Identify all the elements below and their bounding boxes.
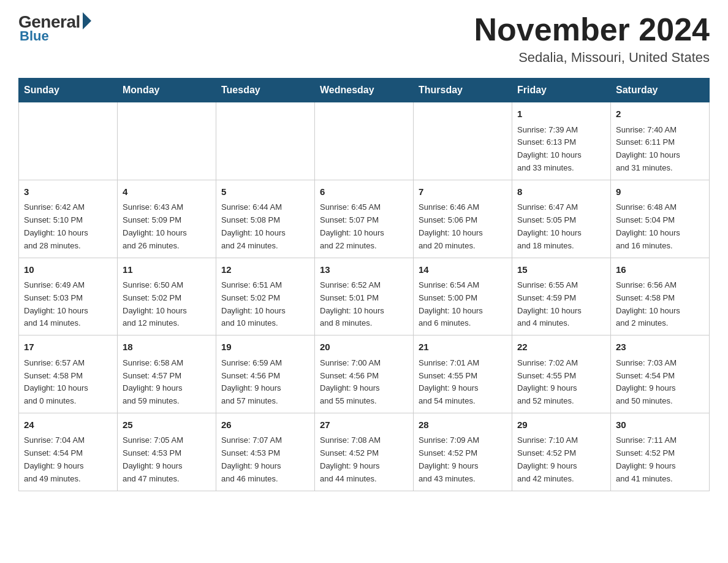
calendar-cell: 6Sunrise: 6:45 AM Sunset: 5:07 PM Daylig… xyxy=(315,180,414,258)
calendar-cell: 17Sunrise: 6:57 AM Sunset: 4:58 PM Dayli… xyxy=(19,335,118,413)
day-number: 13 xyxy=(320,263,408,277)
calendar-cell: 1Sunrise: 7:39 AM Sunset: 6:13 PM Daylig… xyxy=(512,102,611,180)
calendar-cell xyxy=(118,102,216,180)
calendar-cell: 13Sunrise: 6:52 AM Sunset: 5:01 PM Dayli… xyxy=(315,258,414,335)
day-number: 6 xyxy=(320,185,408,199)
page-title: November 2024 xyxy=(474,12,710,47)
day-number: 16 xyxy=(616,263,704,277)
day-number: 3 xyxy=(24,185,112,199)
day-info: Sunrise: 6:54 AM Sunset: 5:00 PM Dayligh… xyxy=(419,279,507,330)
day-info: Sunrise: 6:46 AM Sunset: 5:06 PM Dayligh… xyxy=(419,201,507,252)
calendar-cell: 24Sunrise: 7:04 AM Sunset: 4:54 PM Dayli… xyxy=(19,413,118,491)
day-number: 7 xyxy=(419,185,507,199)
day-info: Sunrise: 7:03 AM Sunset: 4:54 PM Dayligh… xyxy=(616,357,704,408)
day-number: 27 xyxy=(320,418,408,432)
day-info: Sunrise: 6:52 AM Sunset: 5:01 PM Dayligh… xyxy=(320,279,408,330)
weekday-header-thursday: Thursday xyxy=(414,79,512,102)
calendar-cell: 19Sunrise: 6:59 AM Sunset: 4:56 PM Dayli… xyxy=(216,335,315,413)
calendar-cell: 18Sunrise: 6:58 AM Sunset: 4:57 PM Dayli… xyxy=(118,335,216,413)
page-subtitle: Sedalia, Missouri, United States xyxy=(474,50,710,66)
day-info: Sunrise: 7:01 AM Sunset: 4:55 PM Dayligh… xyxy=(419,357,507,408)
day-number: 26 xyxy=(221,418,309,432)
calendar-cell: 25Sunrise: 7:05 AM Sunset: 4:53 PM Dayli… xyxy=(118,413,216,491)
day-info: Sunrise: 6:55 AM Sunset: 4:59 PM Dayligh… xyxy=(517,279,605,330)
day-number: 5 xyxy=(221,185,309,199)
day-number: 8 xyxy=(517,185,605,199)
calendar-cell: 22Sunrise: 7:02 AM Sunset: 4:55 PM Dayli… xyxy=(512,335,611,413)
day-number: 25 xyxy=(123,418,211,432)
page-header: General Blue November 2024 Sedalia, Miss… xyxy=(18,12,710,66)
weekday-header-friday: Friday xyxy=(512,79,611,102)
calendar-cell: 16Sunrise: 6:56 AM Sunset: 4:58 PM Dayli… xyxy=(611,258,710,335)
day-info: Sunrise: 6:45 AM Sunset: 5:07 PM Dayligh… xyxy=(320,201,408,252)
calendar-week-row: 10Sunrise: 6:49 AM Sunset: 5:03 PM Dayli… xyxy=(19,258,710,335)
calendar-cell: 14Sunrise: 6:54 AM Sunset: 5:00 PM Dayli… xyxy=(414,258,512,335)
day-number: 12 xyxy=(221,263,309,277)
weekday-header-wednesday: Wednesday xyxy=(315,79,414,102)
calendar-cell xyxy=(19,102,118,180)
calendar-cell: 26Sunrise: 7:07 AM Sunset: 4:53 PM Dayli… xyxy=(216,413,315,491)
day-info: Sunrise: 7:09 AM Sunset: 4:52 PM Dayligh… xyxy=(419,434,507,485)
day-info: Sunrise: 6:57 AM Sunset: 4:58 PM Dayligh… xyxy=(24,357,112,408)
calendar-cell: 30Sunrise: 7:11 AM Sunset: 4:52 PM Dayli… xyxy=(611,413,710,491)
calendar-cell: 27Sunrise: 7:08 AM Sunset: 4:52 PM Dayli… xyxy=(315,413,414,491)
day-number: 21 xyxy=(419,340,507,354)
calendar-table: SundayMondayTuesdayWednesdayThursdayFrid… xyxy=(18,78,710,491)
calendar-week-row: 17Sunrise: 6:57 AM Sunset: 4:58 PM Dayli… xyxy=(19,335,710,413)
day-info: Sunrise: 7:07 AM Sunset: 4:53 PM Dayligh… xyxy=(221,434,309,485)
calendar-cell xyxy=(315,102,414,180)
day-info: Sunrise: 6:44 AM Sunset: 5:08 PM Dayligh… xyxy=(221,201,309,252)
weekday-header-monday: Monday xyxy=(118,79,216,102)
day-number: 20 xyxy=(320,340,408,354)
day-number: 22 xyxy=(517,340,605,354)
day-number: 10 xyxy=(24,263,112,277)
day-info: Sunrise: 7:39 AM Sunset: 6:13 PM Dayligh… xyxy=(517,124,605,175)
calendar-cell: 3Sunrise: 6:42 AM Sunset: 5:10 PM Daylig… xyxy=(19,180,118,258)
day-info: Sunrise: 7:05 AM Sunset: 4:53 PM Dayligh… xyxy=(123,434,211,485)
day-number: 29 xyxy=(517,418,605,432)
day-info: Sunrise: 6:56 AM Sunset: 4:58 PM Dayligh… xyxy=(616,279,704,330)
day-number: 19 xyxy=(221,340,309,354)
day-info: Sunrise: 7:00 AM Sunset: 4:56 PM Dayligh… xyxy=(320,357,408,408)
day-number: 4 xyxy=(123,185,211,199)
logo-arrow-icon xyxy=(83,12,91,29)
day-info: Sunrise: 6:49 AM Sunset: 5:03 PM Dayligh… xyxy=(24,279,112,330)
day-info: Sunrise: 6:58 AM Sunset: 4:57 PM Dayligh… xyxy=(123,357,211,408)
day-number: 9 xyxy=(616,185,704,199)
day-info: Sunrise: 7:08 AM Sunset: 4:52 PM Dayligh… xyxy=(320,434,408,485)
calendar-cell: 11Sunrise: 6:50 AM Sunset: 5:02 PM Dayli… xyxy=(118,258,216,335)
calendar-cell: 8Sunrise: 6:47 AM Sunset: 5:05 PM Daylig… xyxy=(512,180,611,258)
calendar-cell: 12Sunrise: 6:51 AM Sunset: 5:02 PM Dayli… xyxy=(216,258,315,335)
calendar-cell: 7Sunrise: 6:46 AM Sunset: 5:06 PM Daylig… xyxy=(414,180,512,258)
day-number: 23 xyxy=(616,340,704,354)
day-number: 24 xyxy=(24,418,112,432)
title-area: November 2024 Sedalia, Missouri, United … xyxy=(474,12,710,66)
day-info: Sunrise: 7:10 AM Sunset: 4:52 PM Dayligh… xyxy=(517,434,605,485)
day-info: Sunrise: 7:11 AM Sunset: 4:52 PM Dayligh… xyxy=(616,434,704,485)
calendar-cell: 29Sunrise: 7:10 AM Sunset: 4:52 PM Dayli… xyxy=(512,413,611,491)
day-number: 14 xyxy=(419,263,507,277)
logo-blue-text: Blue xyxy=(20,28,49,44)
calendar-cell xyxy=(216,102,315,180)
logo: General Blue xyxy=(18,12,91,44)
calendar-cell: 28Sunrise: 7:09 AM Sunset: 4:52 PM Dayli… xyxy=(414,413,512,491)
day-info: Sunrise: 6:48 AM Sunset: 5:04 PM Dayligh… xyxy=(616,201,704,252)
day-number: 15 xyxy=(517,263,605,277)
day-number: 18 xyxy=(123,340,211,354)
day-info: Sunrise: 6:42 AM Sunset: 5:10 PM Dayligh… xyxy=(24,201,112,252)
day-info: Sunrise: 6:43 AM Sunset: 5:09 PM Dayligh… xyxy=(123,201,211,252)
calendar-week-row: 3Sunrise: 6:42 AM Sunset: 5:10 PM Daylig… xyxy=(19,180,710,258)
calendar-cell: 20Sunrise: 7:00 AM Sunset: 4:56 PM Dayli… xyxy=(315,335,414,413)
day-number: 28 xyxy=(419,418,507,432)
day-info: Sunrise: 7:40 AM Sunset: 6:11 PM Dayligh… xyxy=(616,124,704,175)
day-number: 11 xyxy=(123,263,211,277)
day-info: Sunrise: 6:47 AM Sunset: 5:05 PM Dayligh… xyxy=(517,201,605,252)
day-info: Sunrise: 6:50 AM Sunset: 5:02 PM Dayligh… xyxy=(123,279,211,330)
day-info: Sunrise: 6:51 AM Sunset: 5:02 PM Dayligh… xyxy=(221,279,309,330)
calendar-week-row: 24Sunrise: 7:04 AM Sunset: 4:54 PM Dayli… xyxy=(19,413,710,491)
calendar-cell: 9Sunrise: 6:48 AM Sunset: 5:04 PM Daylig… xyxy=(611,180,710,258)
calendar-cell: 15Sunrise: 6:55 AM Sunset: 4:59 PM Dayli… xyxy=(512,258,611,335)
day-info: Sunrise: 7:02 AM Sunset: 4:55 PM Dayligh… xyxy=(517,357,605,408)
day-number: 2 xyxy=(616,107,704,121)
calendar-cell: 10Sunrise: 6:49 AM Sunset: 5:03 PM Dayli… xyxy=(19,258,118,335)
